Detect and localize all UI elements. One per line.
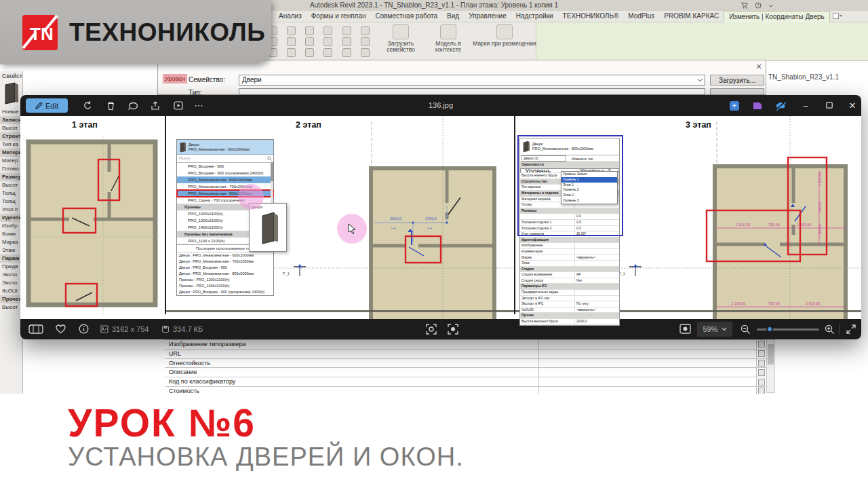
level-option[interactable]: Уровень 1: [561, 177, 617, 183]
filesize-icon: [161, 325, 170, 333]
ribbon-tab[interactable]: Формы и генплан: [307, 11, 371, 22]
revit-titlebar-icons[interactable]: ?: [741, 1, 795, 10]
level-option[interactable]: Уровень Земли: [561, 172, 617, 177]
recent-type-item[interactable]: Двери : PRO_Межкомнатная - 600x2000мм: [177, 252, 273, 259]
modify-tools-icons[interactable]: [269, 26, 377, 56]
slideshow-icon[interactable]: [171, 98, 186, 113]
table-row[interactable]: Стоимость: [165, 387, 766, 394]
favorite-heart-icon[interactable]: [56, 324, 66, 334]
info-icon[interactable]: [79, 324, 89, 334]
table-value-cell[interactable]: [539, 359, 756, 368]
markup-icon[interactable]: [125, 98, 140, 113]
onedrive-offline-icon[interactable]: [773, 98, 788, 113]
ribbon-tab[interactable]: PROBIM.КАРКАС: [659, 11, 724, 22]
load-family-button[interactable]: Загрузить...: [710, 75, 764, 86]
selection-row: Двери (3) Изменить тип: [520, 155, 619, 162]
fit-screen-icon[interactable]: [426, 324, 437, 335]
recent-type-item[interactable]: Двери : PRO_Входная - 900 (прозрачная) 2…: [177, 289, 273, 295]
edit-button[interactable]: Edit: [26, 98, 68, 113]
table-row-button[interactable]: [756, 387, 766, 394]
sidebar-property-row: Парам: [0, 255, 22, 263]
level-option[interactable]: Этаж 1: [561, 183, 617, 188]
sidebar-property-row: Экспо: [0, 279, 22, 287]
type-list-item[interactable]: PRO_Межкомнатная - 600x2000мм: [177, 176, 273, 183]
level-option[interactable]: Уровень 3: [561, 198, 617, 204]
sidebar-property-row: Марка: [0, 238, 22, 246]
table-row-button[interactable]: [756, 377, 766, 386]
edit-type-button[interactable]: Изменить тип: [572, 157, 593, 161]
type-selector-header[interactable]: Двери PRO_Межкомнатная - 600x2000мм: [177, 140, 273, 155]
type-search-input[interactable]: Поиск: [177, 155, 273, 163]
svg-text:2 910,00: 2 910,00: [806, 301, 820, 305]
recent-type-item[interactable]: Двери : PRO_Межкомнатная - 800x2000мм: [177, 271, 273, 277]
zoom-out-icon[interactable]: [741, 324, 751, 335]
delete-icon[interactable]: [103, 98, 118, 113]
table-row[interactable]: Описание: [165, 368, 766, 377]
table-scrollbar-thumb[interactable]: [768, 344, 774, 364]
tab-options-icon[interactable]: [833, 13, 842, 20]
share-icon[interactable]: [148, 98, 163, 113]
type-list-item[interactable]: PRO_Входная - 900 (прозрачная) 2400(h): [177, 170, 273, 176]
duplicate-button[interactable]: [710, 88, 764, 95]
level-option[interactable]: Уровень 2: [561, 187, 617, 193]
clipchamp-icon[interactable]: [750, 98, 765, 113]
property-row: Изображение: [520, 243, 619, 249]
ribbon-tab[interactable]: Надстройки: [511, 11, 558, 22]
ribbon-tab[interactable]: Анализ: [274, 11, 307, 22]
sidebar-property-row: Предв: [0, 263, 22, 271]
crop-fit-icon[interactable]: [679, 324, 691, 334]
minimize-button[interactable]: –: [795, 95, 816, 116]
selection-combobox[interactable]: Двери (3): [521, 155, 566, 162]
ribbon-button[interactable]: Марки при размещении: [472, 24, 537, 60]
table-row-button[interactable]: [756, 359, 766, 368]
fullscreen-icon[interactable]: [846, 324, 856, 334]
recent-type-item[interactable]: Проемы : PRO_1200x2100(h): [177, 277, 273, 283]
property-row: Размеры: [520, 208, 619, 214]
chevron-down-icon[interactable]: [768, 3, 774, 8]
enhance-icon[interactable]: [727, 98, 742, 113]
actual-size-icon[interactable]: [448, 324, 458, 335]
ribbon-tab[interactable]: Вид: [442, 11, 464, 22]
maximize-button[interactable]: [819, 95, 840, 116]
ribbon-tab[interactable]: Совместная работа: [371, 11, 443, 22]
svg-text:1 910,00: 1 910,00: [736, 223, 750, 227]
ribbon-contextual-panel: [536, 22, 868, 60]
combo-chevron-icon[interactable]: [697, 77, 703, 83]
ribbon-tab-active[interactable]: Изменить | Координаты Дверь: [724, 11, 830, 22]
table-row-button[interactable]: [756, 350, 766, 358]
table-row[interactable]: URL: [165, 350, 766, 359]
recent-type-item[interactable]: Двери : PRO_Входная - 900: [177, 265, 273, 271]
table-value-cell[interactable]: [539, 350, 756, 358]
zoom-slider-thumb[interactable]: [766, 326, 773, 333]
table-row-button[interactable]: [756, 340, 766, 349]
table-value-cell[interactable]: [539, 368, 756, 377]
type-combobox[interactable]: [239, 88, 705, 95]
cart-icon[interactable]: [741, 2, 748, 9]
table-value-cell[interactable]: [539, 387, 756, 394]
more-icon[interactable]: ⋯: [191, 98, 206, 113]
zoom-in-icon[interactable]: [825, 324, 835, 335]
family-combobox[interactable]: Двери: [239, 75, 705, 86]
ribbon-tab[interactable]: Управление: [464, 11, 511, 22]
filmstrip-icon[interactable]: [28, 324, 43, 334]
table-row[interactable]: Огнестойкость: [165, 359, 766, 369]
level-option[interactable]: Этаж 2: [561, 193, 617, 198]
table-row-button[interactable]: [756, 368, 766, 377]
table-scrollbar[interactable]: [766, 339, 775, 393]
table-row[interactable]: Код по классификатору: [165, 377, 766, 387]
recent-type-item[interactable]: Проемы : PRO_1400x2100(h): [177, 283, 273, 289]
rotate-icon[interactable]: [80, 98, 95, 113]
close-button[interactable]: ✕: [842, 95, 861, 116]
ribbon-button[interactable]: Загрузить семейство: [378, 24, 423, 60]
ribbon-tab[interactable]: ModPlus: [623, 11, 659, 22]
recent-type-item[interactable]: Двери : PRO_Межкомнатная - 700x2000мм: [177, 259, 273, 265]
zoom-level-dropdown[interactable]: 59%: [697, 322, 732, 337]
dialog-close-icon[interactable]: ✕: [754, 62, 764, 71]
table-value-cell[interactable]: [539, 377, 756, 386]
ribbon-button[interactable]: Модель в контексте: [426, 24, 471, 60]
table-value-cell[interactable]: [539, 340, 756, 349]
type-list-item[interactable]: PRO_Входная - 900: [177, 163, 273, 170]
help-icon[interactable]: ?: [755, 2, 762, 9]
ribbon-tab[interactable]: ТЕХНОНИКОЛЬ®: [558, 11, 624, 22]
table-row[interactable]: Изображение типоразмера: [165, 340, 766, 350]
